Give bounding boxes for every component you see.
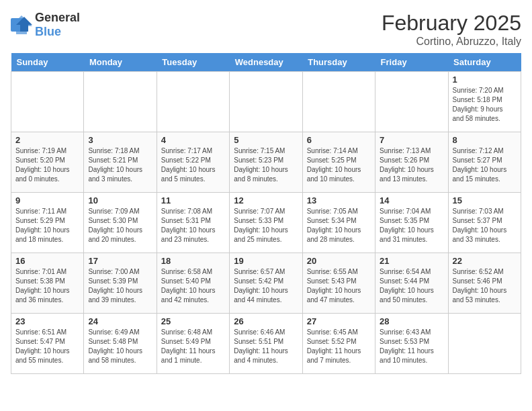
week-row-2: 2Sunrise: 7:19 AM Sunset: 5:20 PM Daylig… (11, 132, 521, 193)
day-cell: 24Sunrise: 6:49 AM Sunset: 5:48 PM Dayli… (84, 314, 157, 374)
day-number: 3 (88, 135, 152, 145)
day-info: Sunrise: 7:08 AM Sunset: 5:31 PM Dayligh… (161, 207, 225, 244)
day-cell: 12Sunrise: 7:07 AM Sunset: 5:33 PM Dayli… (230, 193, 302, 253)
day-number: 21 (380, 256, 443, 266)
day-info: Sunrise: 6:51 AM Sunset: 5:47 PM Dayligh… (15, 328, 79, 365)
day-cell (375, 72, 448, 132)
day-cell (448, 314, 521, 374)
day-cell: 20Sunrise: 6:55 AM Sunset: 5:43 PM Dayli… (302, 253, 375, 314)
day-number: 15 (453, 195, 517, 205)
logo: General Blue (11, 11, 80, 39)
day-number: 9 (15, 195, 79, 205)
day-cell: 10Sunrise: 7:09 AM Sunset: 5:30 PM Dayli… (84, 193, 157, 253)
day-cell: 8Sunrise: 7:12 AM Sunset: 5:27 PM Daylig… (448, 132, 521, 193)
day-info: Sunrise: 7:07 AM Sunset: 5:33 PM Dayligh… (234, 207, 298, 244)
calendar-title: February 2025 (382, 11, 521, 36)
day-number: 6 (307, 135, 371, 145)
header-row: SundayMondayTuesdayWednesdayThursdayFrid… (11, 53, 521, 72)
day-number: 14 (380, 195, 443, 205)
day-cell: 5Sunrise: 7:15 AM Sunset: 5:23 PM Daylig… (230, 132, 302, 193)
day-info: Sunrise: 7:17 AM Sunset: 5:22 PM Dayligh… (161, 146, 225, 184)
day-cell: 7Sunrise: 7:13 AM Sunset: 5:26 PM Daylig… (375, 132, 448, 193)
day-number: 10 (88, 195, 152, 205)
day-number: 25 (161, 316, 225, 326)
day-number: 26 (234, 316, 298, 326)
day-info: Sunrise: 7:00 AM Sunset: 5:39 PM Dayligh… (88, 267, 152, 305)
day-cell: 28Sunrise: 6:43 AM Sunset: 5:53 PM Dayli… (375, 314, 448, 374)
day-cell: 23Sunrise: 6:51 AM Sunset: 5:47 PM Dayli… (11, 314, 84, 374)
day-info: Sunrise: 6:57 AM Sunset: 5:42 PM Dayligh… (234, 267, 298, 305)
day-info: Sunrise: 7:19 AM Sunset: 5:20 PM Dayligh… (15, 146, 79, 184)
day-number: 27 (307, 316, 371, 326)
week-row-3: 9Sunrise: 7:11 AM Sunset: 5:29 PM Daylig… (11, 193, 521, 253)
day-info: Sunrise: 6:43 AM Sunset: 5:53 PM Dayligh… (380, 328, 443, 365)
day-cell: 19Sunrise: 6:57 AM Sunset: 5:42 PM Dayli… (230, 253, 302, 314)
week-row-1: 1Sunrise: 7:20 AM Sunset: 5:18 PM Daylig… (11, 72, 521, 132)
day-cell (230, 72, 302, 132)
day-info: Sunrise: 6:54 AM Sunset: 5:44 PM Dayligh… (380, 267, 443, 305)
day-info: Sunrise: 6:52 AM Sunset: 5:46 PM Dayligh… (453, 267, 517, 305)
day-number: 28 (380, 316, 443, 326)
day-info: Sunrise: 7:04 AM Sunset: 5:35 PM Dayligh… (380, 207, 443, 244)
day-cell: 14Sunrise: 7:04 AM Sunset: 5:35 PM Dayli… (375, 193, 448, 253)
day-number: 22 (453, 256, 517, 266)
week-row-4: 16Sunrise: 7:01 AM Sunset: 5:38 PM Dayli… (11, 253, 521, 314)
day-number: 8 (453, 135, 517, 145)
logo-icon (11, 15, 32, 34)
day-number: 24 (88, 316, 152, 326)
day-info: Sunrise: 7:12 AM Sunset: 5:27 PM Dayligh… (453, 146, 517, 184)
day-info: Sunrise: 7:09 AM Sunset: 5:30 PM Dayligh… (88, 207, 152, 244)
day-info: Sunrise: 7:20 AM Sunset: 5:18 PM Dayligh… (453, 86, 517, 124)
title-block: February 2025 Cortino, Abruzzo, Italy (382, 11, 521, 48)
day-info: Sunrise: 7:18 AM Sunset: 5:21 PM Dayligh… (88, 146, 152, 184)
day-number: 23 (15, 316, 79, 326)
day-cell: 3Sunrise: 7:18 AM Sunset: 5:21 PM Daylig… (84, 132, 157, 193)
week-row-5: 23Sunrise: 6:51 AM Sunset: 5:47 PM Dayli… (11, 314, 521, 374)
header-cell-monday: Monday (84, 53, 157, 72)
calendar-subtitle: Cortino, Abruzzo, Italy (382, 36, 521, 48)
day-info: Sunrise: 7:15 AM Sunset: 5:23 PM Dayligh… (234, 146, 298, 184)
day-cell: 4Sunrise: 7:17 AM Sunset: 5:22 PM Daylig… (157, 132, 229, 193)
day-cell: 25Sunrise: 6:48 AM Sunset: 5:49 PM Dayli… (157, 314, 229, 374)
day-cell: 1Sunrise: 7:20 AM Sunset: 5:18 PM Daylig… (448, 72, 521, 132)
calendar-body: 1Sunrise: 7:20 AM Sunset: 5:18 PM Daylig… (11, 72, 521, 374)
day-number: 2 (15, 135, 79, 145)
header-cell-saturday: Saturday (448, 53, 521, 72)
day-info: Sunrise: 6:58 AM Sunset: 5:40 PM Dayligh… (161, 267, 225, 305)
day-number: 4 (161, 135, 225, 145)
day-number: 5 (234, 135, 298, 145)
logo-general: General (35, 11, 80, 24)
day-info: Sunrise: 7:14 AM Sunset: 5:25 PM Dayligh… (307, 146, 371, 184)
day-cell: 2Sunrise: 7:19 AM Sunset: 5:20 PM Daylig… (11, 132, 84, 193)
day-cell: 26Sunrise: 6:46 AM Sunset: 5:51 PM Dayli… (230, 314, 302, 374)
day-number: 11 (161, 195, 225, 205)
day-info: Sunrise: 7:01 AM Sunset: 5:38 PM Dayligh… (15, 267, 79, 305)
day-number: 12 (234, 195, 298, 205)
day-number: 18 (161, 256, 225, 266)
day-info: Sunrise: 6:49 AM Sunset: 5:48 PM Dayligh… (88, 328, 152, 365)
day-info: Sunrise: 6:45 AM Sunset: 5:52 PM Dayligh… (307, 328, 371, 365)
calendar-table: SundayMondayTuesdayWednesdayThursdayFrid… (11, 53, 521, 374)
day-number: 16 (15, 256, 79, 266)
day-number: 13 (307, 195, 371, 205)
day-cell: 16Sunrise: 7:01 AM Sunset: 5:38 PM Dayli… (11, 253, 84, 314)
day-info: Sunrise: 6:46 AM Sunset: 5:51 PM Dayligh… (234, 328, 298, 365)
day-cell: 18Sunrise: 6:58 AM Sunset: 5:40 PM Dayli… (157, 253, 229, 314)
day-info: Sunrise: 6:48 AM Sunset: 5:49 PM Dayligh… (161, 328, 225, 365)
day-info: Sunrise: 7:05 AM Sunset: 5:34 PM Dayligh… (307, 207, 371, 244)
day-cell: 17Sunrise: 7:00 AM Sunset: 5:39 PM Dayli… (84, 253, 157, 314)
day-cell: 9Sunrise: 7:11 AM Sunset: 5:29 PM Daylig… (11, 193, 84, 253)
day-cell (11, 72, 84, 132)
day-number: 20 (307, 256, 371, 266)
header-cell-wednesday: Wednesday (230, 53, 302, 72)
day-cell (302, 72, 375, 132)
header-cell-thursday: Thursday (302, 53, 375, 72)
day-cell: 27Sunrise: 6:45 AM Sunset: 5:52 PM Dayli… (302, 314, 375, 374)
day-info: Sunrise: 7:11 AM Sunset: 5:29 PM Dayligh… (15, 207, 79, 244)
day-info: Sunrise: 7:03 AM Sunset: 5:37 PM Dayligh… (453, 207, 517, 244)
day-number: 1 (453, 75, 517, 85)
logo-blue: Blue (35, 25, 61, 38)
day-cell: 15Sunrise: 7:03 AM Sunset: 5:37 PM Dayli… (448, 193, 521, 253)
day-info: Sunrise: 7:13 AM Sunset: 5:26 PM Dayligh… (380, 146, 443, 184)
calendar-header: SundayMondayTuesdayWednesdayThursdayFrid… (11, 53, 521, 72)
